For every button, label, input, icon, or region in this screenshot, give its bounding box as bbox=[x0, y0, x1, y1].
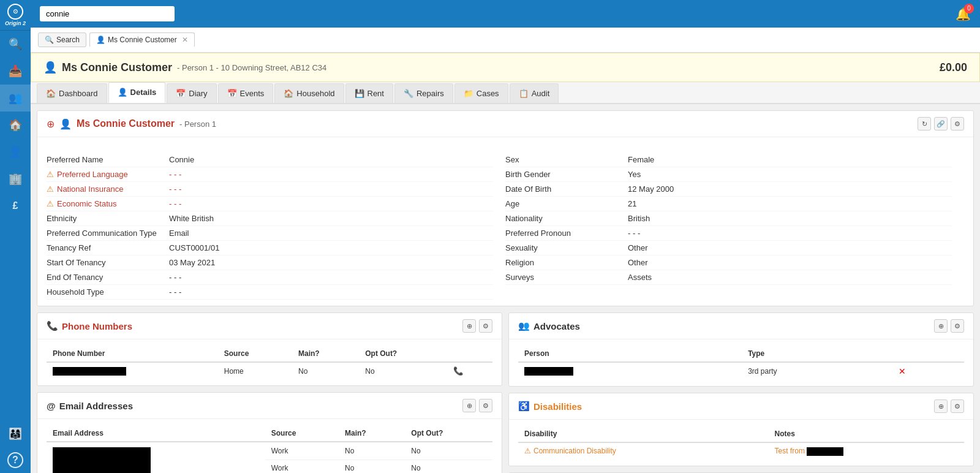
preferred-name-row: Preferred Name Connie bbox=[47, 153, 493, 167]
sidebar-money-icon[interactable]: £ bbox=[0, 192, 31, 219]
email-add-btn[interactable]: ⊕ bbox=[462, 399, 476, 412]
notifications-bell[interactable]: 🔔 0 bbox=[956, 7, 971, 21]
sidebar-help-icon[interactable]: ? bbox=[7, 452, 23, 468]
app-logo: ⊙ Origin 2 bbox=[0, 0, 31, 31]
phone-col-source: Source bbox=[218, 346, 292, 362]
household-icon: 🏠 bbox=[284, 89, 293, 98]
disabilities-body: Disability Notes ⚠ Communication D bbox=[509, 420, 973, 466]
tab-cases[interactable]: 📁 Cases bbox=[454, 83, 508, 103]
surveys-row: Surveys Assets bbox=[505, 270, 952, 285]
tab-rent[interactable]: 💾 Rent bbox=[345, 83, 393, 103]
sexuality-row: Sexuality Other bbox=[505, 241, 952, 255]
email-addresses-section: @ Email Addresses ⊕ ⚙ Email Addres bbox=[37, 392, 502, 473]
subnav-search-button[interactable]: 🔍 Search bbox=[38, 32, 86, 47]
tab-household[interactable]: 🏠 Household bbox=[274, 83, 344, 103]
customer-subtitle: - Person 1 - 10 Downing Street, AB12 C34 bbox=[177, 63, 326, 72]
warning-lang-icon: ⚠ bbox=[47, 170, 54, 179]
sidebar-team-icon[interactable]: 👨‍👩‍👧 bbox=[0, 420, 31, 447]
sidebar-home-icon[interactable]: 🏠 bbox=[0, 112, 31, 138]
phone-col-optout: Opt Out? bbox=[359, 346, 447, 362]
table-row: Work No No bbox=[47, 442, 492, 460]
person-settings-btn[interactable]: ⚙ bbox=[951, 117, 964, 131]
customer-person-icon: 👤 bbox=[43, 61, 57, 74]
sidebar-building-icon[interactable]: 🏢 bbox=[0, 165, 31, 192]
person-detail-grid: Preferred Name Connie ⚠ Preferred Langua… bbox=[47, 153, 964, 300]
sidebar-people-icon[interactable]: 👥 bbox=[0, 85, 31, 112]
disabilities-section-actions: ⊕ ⚙ bbox=[934, 399, 964, 413]
phone-settings-btn[interactable]: ⚙ bbox=[479, 319, 492, 333]
advocates-title: 👥 Advocates bbox=[518, 320, 580, 331]
person-refresh-btn[interactable]: ↻ bbox=[918, 117, 931, 131]
advocate-delete-cell: ✕ bbox=[892, 362, 964, 380]
person-link-btn[interactable]: 🔗 bbox=[934, 117, 948, 131]
advocates-settings-btn[interactable]: ⚙ bbox=[951, 319, 964, 333]
advocates-add-btn[interactable]: ⊕ bbox=[934, 319, 948, 333]
subnav-bar: 🔍 Search 👤 Ms Connie Customer ✕ bbox=[31, 28, 980, 53]
tab-repairs[interactable]: 🔧 Repairs bbox=[394, 83, 453, 103]
customer-balance: £0.00 bbox=[940, 61, 967, 74]
email-source-2: Work bbox=[265, 460, 339, 473]
household-type-row: Household Type - - - bbox=[47, 285, 493, 300]
economic-status-row: ⚠ Economic Status - - - bbox=[47, 197, 493, 211]
subnav-customer-tab[interactable]: 👤 Ms Connie Customer ✕ bbox=[89, 32, 195, 47]
end-tenancy-row: End Of Tenancy - - - bbox=[47, 270, 493, 285]
topbar: 🔔 0 bbox=[31, 0, 980, 28]
main-content: 🔍 Search 👤 Ms Connie Customer ✕ 👤 Ms Con… bbox=[31, 28, 980, 473]
phone-main-cell: No bbox=[292, 362, 359, 379]
email-optout-1: No bbox=[405, 442, 492, 460]
global-search-input[interactable] bbox=[40, 6, 175, 21]
person-icon: 👤 bbox=[96, 36, 105, 44]
phone-col-number: Phone Number bbox=[47, 346, 218, 362]
age-row: Age 21 bbox=[505, 197, 952, 211]
detail-col-right: Sex Female Birth Gender Yes Date Of Birt… bbox=[505, 153, 964, 300]
email-table: Email Address Source Main? Opt Out? bbox=[47, 425, 492, 473]
table-row: Home No No 📞 bbox=[47, 362, 492, 379]
warning-eco-icon: ⚠ bbox=[47, 199, 54, 208]
tab-dashboard[interactable]: 🏠 Dashboard bbox=[37, 83, 107, 103]
comm-type-row: Preferred Communication Type Email bbox=[47, 226, 493, 241]
disabilities-section: ♿ Disabilities ⊕ ⚙ Disability bbox=[508, 393, 974, 466]
table-row: ⚠ Communication Disability Test from bbox=[518, 442, 964, 460]
email-icon: @ bbox=[47, 401, 56, 411]
close-tab-icon[interactable]: ✕ bbox=[182, 36, 188, 44]
advocates-col-type: Type bbox=[742, 346, 892, 362]
disabilities-add-btn[interactable]: ⊕ bbox=[934, 399, 948, 413]
email-header: @ Email Addresses ⊕ ⚙ bbox=[37, 393, 502, 419]
events-icon: 📅 bbox=[227, 89, 237, 98]
advocates-section-actions: ⊕ ⚙ bbox=[934, 319, 964, 333]
phone-call-btn[interactable]: 📞 bbox=[453, 366, 464, 376]
advocates-section: 👥 Advocates ⊕ ⚙ Person bbox=[508, 312, 974, 387]
sidebar-inbox-icon[interactable]: 📥 bbox=[0, 58, 31, 85]
preferred-language-row: ⚠ Preferred Language - - - bbox=[47, 167, 493, 182]
sidebar-user-icon[interactable]: 👤 bbox=[0, 138, 31, 165]
phone-add-btn[interactable]: ⊕ bbox=[462, 319, 476, 333]
notification-count: 0 bbox=[964, 4, 974, 13]
phone-action-cell: 📞 bbox=[447, 362, 492, 379]
pronoun-row: Preferred Pronoun - - - bbox=[505, 226, 952, 241]
advocate-delete-btn[interactable]: ✕ bbox=[899, 366, 906, 376]
advocates-header: 👥 Advocates ⊕ ⚙ bbox=[509, 313, 973, 339]
disability-warning-icon: ⚠ bbox=[524, 447, 531, 455]
person-detail-icon: 👤 bbox=[59, 118, 72, 130]
email-settings-btn[interactable]: ⚙ bbox=[479, 399, 492, 412]
dashboard-icon: 🏠 bbox=[46, 89, 56, 98]
rent-icon: 💾 bbox=[355, 89, 364, 98]
email-col-address: Email Address bbox=[47, 425, 265, 442]
tab-events[interactable]: 📅 Events bbox=[218, 83, 274, 103]
person-section: ⊕ 👤 Ms Connie Customer - Person 1 ↻ 🔗 ⚙ bbox=[37, 110, 974, 306]
disabilities-table: Disability Notes ⚠ Communication D bbox=[518, 426, 964, 460]
email-main-1: No bbox=[339, 442, 405, 460]
religion-row: Religion Other bbox=[505, 255, 952, 270]
disability-notes-cell: Test from bbox=[769, 442, 964, 460]
tab-audit[interactable]: 📋 Audit bbox=[510, 83, 559, 103]
email-col-optout: Opt Out? bbox=[405, 425, 492, 442]
warning-ni-icon: ⚠ bbox=[47, 184, 54, 194]
disability-cell: ⚠ Communication Disability bbox=[518, 442, 769, 460]
advocates-col-person: Person bbox=[518, 346, 742, 362]
disabilities-settings-btn[interactable]: ⚙ bbox=[951, 399, 964, 413]
tab-diary[interactable]: 📅 Diary bbox=[167, 83, 216, 103]
phone-col-main: Main? bbox=[292, 346, 359, 362]
tab-details[interactable]: 👤 Details bbox=[108, 82, 166, 103]
sidebar-search-icon[interactable]: 🔍 bbox=[0, 31, 31, 58]
disability-icon: ♿ bbox=[518, 401, 530, 412]
